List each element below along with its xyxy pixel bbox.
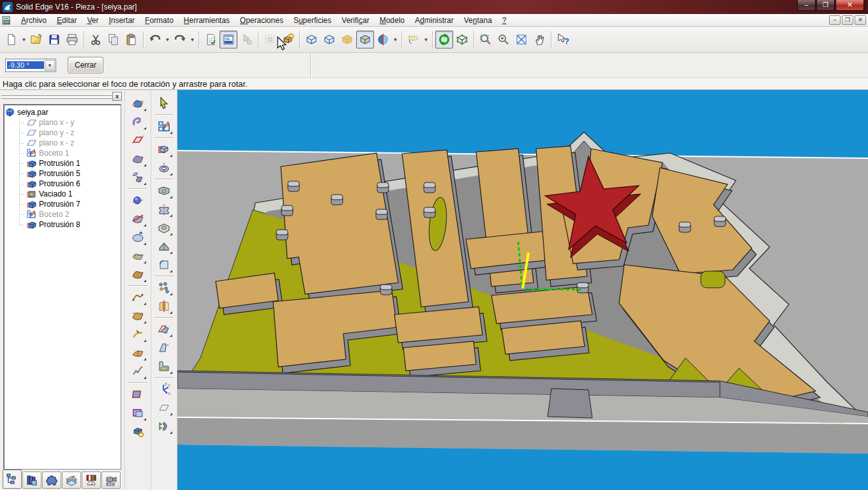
cut-button[interactable] bbox=[87, 31, 105, 48]
hidden-edges-view-button[interactable] bbox=[320, 31, 338, 48]
tree-root-item[interactable]: seiya.par bbox=[5, 107, 119, 117]
pattern-button[interactable] bbox=[154, 278, 174, 297]
rounding-button[interactable] bbox=[154, 255, 174, 274]
feature-pathfinder-tab[interactable] bbox=[3, 470, 22, 489]
interpart-copy-button[interactable] bbox=[128, 422, 147, 440]
protrusion-button[interactable] bbox=[154, 140, 174, 158]
minimize-button[interactable]: – bbox=[797, 0, 816, 11]
slot-button[interactable] bbox=[154, 357, 174, 375]
coordinate-system-button[interactable]: ZYX bbox=[154, 380, 174, 398]
hole-button[interactable] bbox=[154, 218, 174, 237]
tree-item-protrusi-n-1[interactable]: Protrusión 1 bbox=[5, 158, 119, 168]
mdi-close-button[interactable]: ✕ bbox=[855, 15, 866, 25]
redo-button[interactable] bbox=[171, 31, 189, 48]
layers-tab[interactable] bbox=[62, 471, 81, 489]
menu-verificar[interactable]: Verificar bbox=[336, 15, 374, 26]
thin-wall-button[interactable] bbox=[154, 237, 174, 255]
zoom-button[interactable] bbox=[495, 31, 513, 48]
close-button[interactable]: ✕ bbox=[835, 0, 864, 11]
wireframe-view-button[interactable] bbox=[303, 31, 320, 48]
fit-view-button[interactable] bbox=[513, 31, 530, 48]
menu-administrar[interactable]: Administrar bbox=[410, 15, 459, 26]
new-document-button[interactable] bbox=[3, 31, 20, 48]
split-surface-button[interactable] bbox=[128, 343, 147, 362]
contour-curve-button[interactable] bbox=[128, 362, 147, 380]
offset-surface-button[interactable] bbox=[128, 265, 147, 283]
derived-curve-button[interactable] bbox=[128, 325, 147, 343]
copy-surface-button[interactable] bbox=[128, 168, 147, 186]
insert-part-copy-button[interactable] bbox=[279, 31, 297, 48]
cerrar-button[interactable]: Cerrar bbox=[68, 57, 103, 73]
print-button[interactable] bbox=[63, 31, 81, 48]
shaded-edges-view-button[interactable] bbox=[356, 31, 374, 48]
menu-insertar[interactable]: Insertar bbox=[103, 15, 140, 26]
stitch-surface-button[interactable] bbox=[128, 246, 147, 265]
intersection-curve-button[interactable] bbox=[128, 306, 147, 325]
trim-surface-button[interactable] bbox=[128, 209, 147, 228]
select-prior-button[interactable] bbox=[237, 31, 255, 48]
menu-modelo[interactable]: Modelo bbox=[375, 15, 410, 26]
swept-surface-button[interactable] bbox=[128, 94, 147, 112]
keypoint-curve-button[interactable] bbox=[128, 288, 147, 306]
mirror-copy-button[interactable] bbox=[154, 297, 174, 315]
swept-protrusion-button[interactable] bbox=[154, 417, 174, 435]
lofted-cutout-button[interactable] bbox=[154, 320, 174, 338]
menu-?[interactable]: ? bbox=[497, 15, 512, 26]
menu-editar[interactable]: Editar bbox=[52, 15, 82, 26]
surface-patch-button[interactable] bbox=[128, 149, 147, 168]
menu-operaciones[interactable]: Operaciones bbox=[235, 15, 288, 26]
edgebar-close-icon[interactable]: x bbox=[112, 92, 122, 101]
bounded-plane-button[interactable] bbox=[128, 131, 147, 149]
family-of-parts-tab[interactable] bbox=[42, 471, 61, 489]
feature-library-tab[interactable] bbox=[22, 471, 41, 489]
tree-item-protrusi-n-8[interactable]: Protrusión 8 bbox=[5, 219, 119, 230]
revolved-cutout-button[interactable] bbox=[154, 200, 174, 218]
menu-ver[interactable]: Ver bbox=[82, 15, 103, 26]
zoom-area-button[interactable] bbox=[477, 31, 495, 48]
tree-item-protrusi-n-5[interactable]: Protrusión 5 bbox=[5, 168, 119, 179]
combo-dropdown-arrow[interactable]: ▼ bbox=[45, 60, 55, 71]
save-document-button[interactable] bbox=[45, 31, 63, 48]
revolved-protrusion-button[interactable] bbox=[154, 158, 174, 177]
redo-dropdown-arrow[interactable]: ▼ bbox=[189, 31, 196, 48]
extend-surface-button[interactable] bbox=[128, 228, 147, 246]
model-viewport[interactable] bbox=[177, 90, 868, 490]
callout-button[interactable] bbox=[405, 31, 423, 48]
tree-item-boceto-1[interactable]: Boceto 1 bbox=[5, 148, 119, 158]
sensors-tab[interactable] bbox=[82, 471, 101, 489]
pan-view-button[interactable] bbox=[530, 31, 548, 48]
undo-button[interactable] bbox=[146, 31, 164, 48]
section-view-button[interactable] bbox=[374, 31, 392, 48]
callout-dropdown-arrow[interactable]: ▼ bbox=[423, 31, 430, 48]
tree-item-plano-x-z[interactable]: plano x - z bbox=[5, 138, 119, 148]
tree-item-boceto-2[interactable]: Boceto 2 bbox=[5, 209, 119, 219]
copy-button[interactable] bbox=[105, 31, 123, 48]
edgebar-grip[interactable] bbox=[1, 94, 112, 96]
replace-face-button[interactable] bbox=[128, 403, 147, 422]
restore-button[interactable]: ❐ bbox=[816, 0, 835, 11]
tree-item-protrusi-n-7[interactable]: Protrusión 7 bbox=[5, 199, 119, 209]
menu-formato[interactable]: Formato bbox=[140, 15, 179, 26]
mdi-minimize-button[interactable]: – bbox=[829, 15, 841, 25]
select-tool-button[interactable] bbox=[154, 94, 174, 112]
tree-item-plano-x-y[interactable]: plano x - y bbox=[5, 117, 119, 128]
point-sphere-button[interactable] bbox=[128, 191, 147, 209]
tree-item-vaciado-1[interactable]: Vaciado 1 bbox=[5, 189, 119, 199]
new-document-dropdown-arrow[interactable]: ▼ bbox=[20, 31, 27, 48]
section-view-dropdown-arrow[interactable]: ▼ bbox=[392, 31, 399, 48]
edgebar-header[interactable]: x bbox=[0, 90, 124, 104]
edgebar-button[interactable] bbox=[220, 31, 237, 48]
tree-item-protrusi-n-6[interactable]: Protrusión 6 bbox=[5, 179, 119, 189]
open-document-button[interactable] bbox=[27, 31, 45, 48]
rotate-view-button[interactable] bbox=[435, 31, 453, 48]
menu-archivo[interactable]: Archivo bbox=[16, 15, 52, 26]
common-views-button[interactable] bbox=[453, 31, 471, 48]
menu-ventana[interactable]: Ventana bbox=[459, 15, 497, 26]
paste-button[interactable] bbox=[123, 31, 140, 48]
reference-plane-button[interactable] bbox=[154, 398, 174, 417]
help-button[interactable]: ? bbox=[554, 31, 572, 48]
update-document-button[interactable] bbox=[202, 31, 220, 48]
tree-item-plano-y-z[interactable]: plano y - z bbox=[5, 128, 119, 138]
menu-herramientas[interactable]: Herramientas bbox=[179, 15, 235, 26]
draft-face-button[interactable] bbox=[154, 338, 174, 357]
